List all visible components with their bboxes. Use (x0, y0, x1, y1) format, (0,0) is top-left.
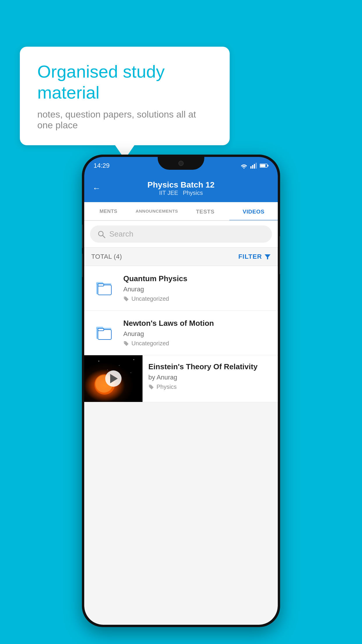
svg-rect-16 (98, 330, 111, 340)
svg-point-22 (107, 370, 108, 370)
search-placeholder: Search (109, 230, 133, 239)
notch (158, 157, 204, 170)
video-title-2: Newton's Laws of Motion (123, 319, 271, 328)
status-time: 14:29 (94, 162, 110, 169)
phone-frame: 14:29 (82, 155, 280, 627)
back-button[interactable]: ← (92, 184, 101, 193)
phone-screen: 14:29 (84, 157, 278, 625)
batch-subtitle: IIT JEE Physics (106, 190, 256, 196)
svg-rect-12 (98, 285, 111, 295)
tab-announcements[interactable]: ANNOUNCEMENTS (133, 202, 181, 220)
list-item[interactable]: Newton's Laws of Motion Anurag Uncategor… (84, 311, 278, 355)
speech-bubble: Organised study material notes, question… (20, 47, 230, 145)
svg-rect-3 (256, 163, 257, 169)
filter-icon (264, 253, 271, 260)
filter-bar: TOTAL (4) FILTER (84, 248, 278, 266)
tag-icon (123, 296, 129, 302)
content-area: Search TOTAL (4) FILTER (84, 221, 278, 625)
video-author-2: Anurag (123, 330, 271, 338)
speech-bubble-title: Organised study material (37, 61, 212, 103)
tabs: MENTS ANNOUNCEMENTS TESTS VIDEOS (84, 202, 278, 221)
search-icon (97, 230, 106, 239)
video-list: Quantum Physics Anurag Uncategorized (84, 266, 278, 402)
search-container: Search (84, 221, 278, 248)
svg-rect-17 (98, 328, 104, 331)
play-triangle (110, 374, 118, 383)
svg-marker-9 (265, 254, 270, 259)
subtitle-physics: Physics (183, 190, 203, 196)
wifi-icon (240, 163, 248, 169)
video-author-3: by Anurag (148, 374, 272, 381)
status-icons (240, 163, 268, 169)
video-info-3: Einstein's Theory Of Relativity by Anura… (143, 355, 278, 396)
search-bar[interactable]: Search (90, 225, 272, 243)
svg-rect-6 (268, 165, 268, 167)
tab-tests[interactable]: TESTS (181, 202, 229, 220)
filter-label: FILTER (238, 253, 262, 260)
signal-icon (250, 163, 257, 169)
total-count: TOTAL (4) (91, 253, 122, 260)
speech-bubble-subtitle: notes, question papers, solutions all at… (37, 109, 212, 131)
folder-icon (94, 321, 115, 342)
video-tag-2: Uncategorized (123, 340, 271, 347)
video-title-1: Quantum Physics (123, 274, 271, 283)
svg-point-20 (119, 365, 120, 366)
video-tag-3: Physics (148, 384, 272, 390)
tag-icon (148, 384, 154, 390)
header-title-group: Physics Batch 12 IIT JEE Physics (106, 180, 256, 196)
svg-line-8 (103, 235, 105, 238)
list-item[interactable]: Einstein's Theory Of Relativity by Anura… (84, 355, 278, 402)
volume-down-button[interactable] (82, 254, 83, 277)
folder-thumbnail-2 (91, 319, 117, 345)
video-info-1: Quantum Physics Anurag Uncategorized (123, 274, 271, 302)
folder-icon (94, 277, 115, 298)
svg-rect-13 (98, 284, 104, 286)
app-header: ← Physics Batch 12 IIT JEE Physics (84, 174, 278, 202)
video-author-1: Anurag (123, 286, 271, 293)
subtitle-iit: IIT JEE (159, 190, 178, 196)
volume-up-button[interactable] (82, 225, 83, 248)
tag-icon (123, 341, 129, 346)
video-title-3: Einstein's Theory Of Relativity (148, 362, 272, 371)
svg-point-23 (131, 372, 131, 373)
list-item[interactable]: Quantum Physics Anurag Uncategorized (84, 266, 278, 311)
batch-title: Physics Batch 12 (106, 180, 256, 190)
camera (178, 161, 184, 166)
svg-point-19 (99, 361, 99, 362)
power-button[interactable] (279, 236, 280, 274)
svg-rect-2 (254, 164, 255, 169)
status-bar: 14:29 (84, 157, 278, 174)
video-tag-1: Uncategorized (123, 295, 271, 302)
svg-point-21 (133, 359, 134, 360)
play-button[interactable] (105, 370, 122, 387)
tab-videos[interactable]: VIDEOS (229, 202, 278, 220)
svg-rect-5 (260, 164, 266, 167)
svg-rect-0 (250, 166, 252, 169)
folder-thumbnail-1 (91, 274, 117, 300)
svg-rect-1 (252, 165, 253, 169)
phone-inner: 14:29 (84, 157, 278, 625)
tab-ments[interactable]: MENTS (84, 202, 133, 220)
filter-button[interactable]: FILTER (238, 253, 271, 260)
battery-icon (260, 163, 268, 168)
video-info-2: Newton's Laws of Motion Anurag Uncategor… (123, 319, 271, 347)
video-thumbnail-3 (84, 355, 143, 402)
